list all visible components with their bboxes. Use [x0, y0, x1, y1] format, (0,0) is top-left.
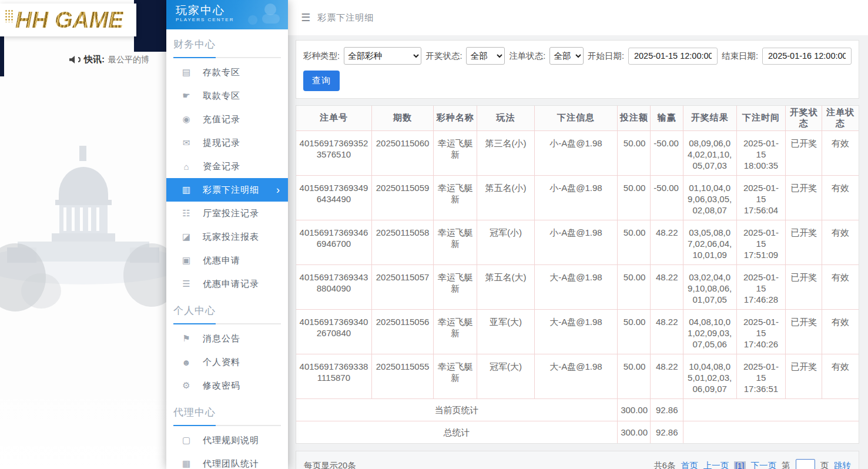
table-card: 注单号期数彩种名称玩法下注信息投注额输赢开奖结果下注时间开奖状态注单状态4015… — [296, 105, 859, 444]
table-cell: 50.00 — [618, 220, 651, 264]
sidebar-item-personal-profile[interactable]: ☻个人资料 — [166, 350, 288, 374]
table-cell: -50.00 — [651, 175, 683, 220]
jump-link[interactable]: 跳转 — [834, 460, 851, 469]
column-header: 下注信息 — [534, 106, 617, 130]
lottery-type-label: 彩种类型: — [303, 51, 340, 62]
summary-winloss-total: 92.86 — [651, 398, 683, 421]
sidebar-item-deposit-zone[interactable]: ▤存款专区 — [166, 61, 288, 84]
sidebar-item-lottery-bet-details[interactable]: ▥彩票下注明细› — [166, 178, 288, 202]
table-cell: 有效 — [822, 309, 859, 354]
table-cell: 401569173693402670840 — [296, 309, 371, 354]
site-logo: HH GAME — [0, 4, 136, 36]
section-divider — [173, 57, 281, 58]
sidebar-item-withdrawal-records[interactable]: ✉提现记录 — [166, 131, 288, 155]
logo-dots-decoration — [5, 9, 14, 22]
table-row: 40156917369343880409020250115057幸运飞艇新第五名… — [296, 264, 859, 309]
table-cell: 冠军(大) — [477, 354, 534, 398]
sidebar-item-withdraw-zone[interactable]: ☛取款专区 — [166, 84, 288, 108]
table-cell: 2025-01-15 17:51:09 — [736, 220, 785, 264]
sidebar-item-announcements[interactable]: ⚑消息公告 — [166, 327, 288, 350]
background-fade — [0, 375, 166, 469]
filter-panel: 彩种类型: 全部彩种 开奖状态: 全部 注单状态: 全部 开始日期: 结束日期: — [296, 40, 859, 99]
pagination-bar: 每页显示20条 共6条 首页 上一页 [1] 下一页 第 页 跳转 — [296, 451, 859, 469]
table-cell: 401569173693496434490 — [296, 175, 371, 220]
table-cell: 有效 — [822, 220, 859, 264]
order-status-label: 注单状态: — [509, 51, 545, 62]
table-cell: 已开奖 — [786, 175, 822, 220]
table-cell: 已开奖 — [786, 130, 822, 175]
table-cell: 已开奖 — [786, 354, 822, 398]
section-divider — [173, 323, 281, 324]
prev-page-link[interactable]: 上一页 — [703, 460, 729, 469]
navy-band-left — [0, 36, 4, 76]
sidebar-item-label: 优惠申请 — [203, 255, 240, 266]
table-cell: 50.00 — [618, 309, 651, 354]
order-status-select[interactable]: 全部 — [549, 47, 584, 65]
content: 彩种类型: 全部彩种 开奖状态: 全部 注单状态: 全部 开始日期: 结束日期: — [288, 35, 868, 469]
table-cell: 幸运飞艇新 — [434, 220, 477, 264]
navy-band — [134, 0, 166, 52]
table-cell: 50.00 — [618, 264, 651, 309]
table-cell: 2025-01-15 18:00:35 — [736, 130, 785, 175]
draw-status-label: 开奖状态: — [425, 51, 462, 62]
sidebar-item-funds-records[interactable]: ⌂资金记录 — [166, 155, 288, 178]
table-cell: 20250115058 — [371, 220, 433, 264]
team-stats-icon: ▦ — [180, 458, 192, 469]
page-jump-input[interactable] — [796, 459, 815, 469]
table-cell: 2025-01-15 17:36:51 — [736, 354, 785, 398]
sidebar-item-hall-bet-records[interactable]: ☷厅室投注记录 — [166, 202, 288, 225]
first-page-link[interactable]: 首页 — [681, 460, 698, 469]
table-cell: 幸运飞艇新 — [434, 354, 477, 398]
lottery-type-select[interactable]: 全部彩种 — [344, 47, 421, 65]
sidebar-item-promo-apply[interactable]: ▣优惠申请 — [166, 249, 288, 272]
table-cell: 20250115057 — [371, 264, 433, 309]
table-cell: 冠军(小) — [477, 220, 534, 264]
sidebar-item-recharge-records[interactable]: ◉充值记录 — [166, 108, 288, 131]
table-cell: 08,09,06,04,02,01,10,05,07,03 — [683, 130, 736, 175]
sidebar-item-label: 玩家投注报表 — [203, 232, 259, 243]
sidebar-menu: 财务中心▤存款专区☛取款专区◉充值记录✉提现记录⌂资金记录▥彩票下注明细›☷厅室… — [166, 29, 288, 469]
next-page-link[interactable]: 下一页 — [751, 460, 777, 469]
table-cell: 已开奖 — [786, 264, 822, 309]
hamburger-menu-icon[interactable]: ☰ — [301, 11, 310, 24]
table-cell: 有效 — [822, 264, 859, 309]
background-site: HH GAME 快讯: 最公平的博 — [0, 0, 166, 469]
start-date-label: 开始日期: — [588, 51, 624, 62]
table-cell: 01,10,04,09,06,03,05,02,08,07 — [683, 175, 736, 220]
money-bag-icon: ◉ — [180, 114, 192, 125]
table-cell: 04,08,10,01,02,09,03,07,05,06 — [683, 309, 736, 354]
query-button[interactable]: 查询 — [303, 71, 340, 91]
table-cell: 有效 — [822, 175, 859, 220]
report-chart-icon: ◪ — [180, 232, 192, 242]
sidebar-item-agent-rules[interactable]: ▢代理规则说明 — [166, 428, 288, 452]
page-title: 彩票下注明细 — [317, 12, 374, 24]
column-header: 输赢 — [651, 106, 683, 130]
cash-envelope-icon: ✉ — [180, 138, 192, 148]
sidebar-item-change-password[interactable]: ⚙修改密码 — [166, 374, 288, 397]
start-date-input[interactable] — [628, 48, 718, 65]
sidebar-item-agent-team-stats[interactable]: ▦代理团队统计 — [166, 452, 288, 469]
main-area: ☰ 彩票下注明细 彩种类型: 全部彩种 开奖状态: 全部 注单状态: 全部 — [288, 0, 868, 469]
table-cell: 50.00 — [618, 130, 651, 175]
table-cell: 401569173693466946700 — [296, 220, 371, 264]
table-cell: 大-A盘@1.98 — [534, 354, 617, 398]
topbar: ☰ 彩票下注明细 — [288, 0, 868, 35]
table-cell: 幸运飞艇新 — [434, 309, 477, 354]
gear-icon: ⚙ — [180, 380, 192, 391]
table-cell: 小-A盘@1.98 — [534, 175, 617, 220]
table-cell: 50.00 — [618, 175, 651, 220]
table-cell: 03,05,08,07,02,06,04,10,01,09 — [683, 220, 736, 264]
end-date-input[interactable] — [762, 48, 852, 65]
table-cell: 20250115059 — [371, 175, 433, 220]
sidebar-item-player-bet-report[interactable]: ◪玩家投注报表 — [166, 225, 288, 249]
sidebar-item-promo-apply-records[interactable]: ☰优惠申请记录 — [166, 272, 288, 296]
current-page-indicator[interactable]: [1] — [734, 461, 746, 469]
speaker-wave-icon — [78, 57, 81, 62]
summary-winloss-total: 92.86 — [651, 421, 683, 443]
draw-status-select[interactable]: 全部 — [466, 47, 505, 65]
table-cell: 2025-01-15 17:56:04 — [736, 175, 785, 220]
gift-icon: ▣ — [180, 255, 192, 266]
funds-house-icon: ⌂ — [180, 162, 192, 172]
sidebar-item-label: 厅室投注记录 — [203, 208, 259, 219]
table-cell: 第五名(大) — [477, 264, 534, 309]
